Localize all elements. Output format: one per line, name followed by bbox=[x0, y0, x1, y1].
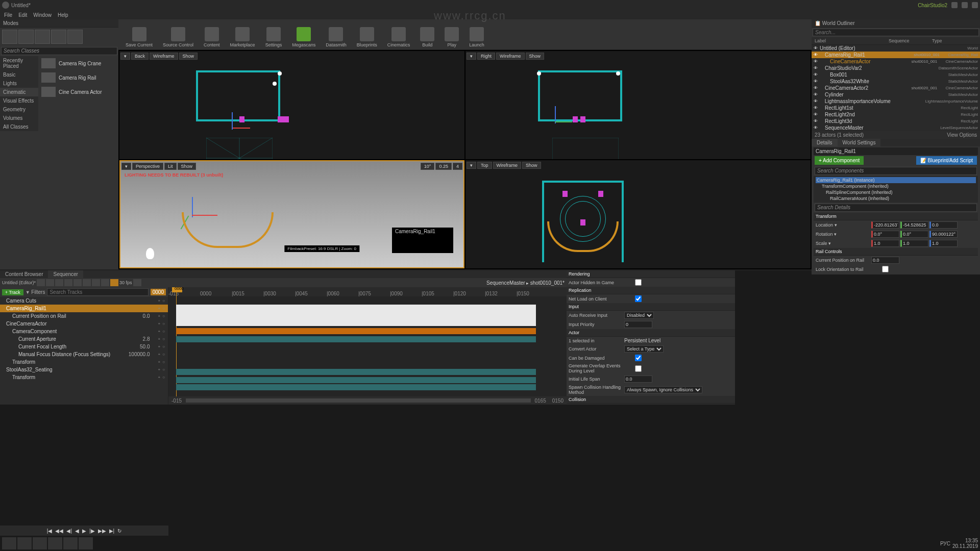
vp-show[interactable]: Show bbox=[522, 162, 541, 169]
rotation-z[interactable] bbox=[929, 231, 958, 238]
visibility-eye-icon[interactable]: 👁 bbox=[814, 86, 819, 90]
outliner-row[interactable]: 👁CineCameraActorshot0010_001CineCameraAc… bbox=[812, 58, 980, 65]
toolbar-cinematics[interactable]: Cinematics bbox=[384, 26, 413, 48]
step-back-icon[interactable]: ◀◀ bbox=[55, 528, 63, 534]
visibility-eye-icon[interactable]: 👁 bbox=[814, 119, 819, 123]
outliner-row[interactable]: 👁StoolAas32WhiteStaticMeshActor bbox=[812, 78, 980, 85]
location-y[interactable] bbox=[900, 221, 928, 229]
viewport-back[interactable]: ▾ Back Wireframe Show bbox=[119, 51, 464, 159]
scale-x[interactable] bbox=[871, 240, 899, 247]
section-input[interactable]: Input bbox=[567, 303, 735, 311]
seq-fps[interactable]: 30 fps bbox=[119, 280, 132, 285]
add-key-icon[interactable]: + bbox=[158, 298, 160, 303]
range-end[interactable]: 0165 bbox=[535, 398, 546, 404]
input-priority[interactable] bbox=[624, 321, 652, 328]
tab-sequencer[interactable]: Sequencer bbox=[48, 270, 83, 278]
toolbar-save[interactable]: Save Current bbox=[122, 26, 156, 48]
track-options-icon[interactable]: ○ bbox=[162, 360, 165, 364]
scale-z[interactable] bbox=[929, 240, 958, 247]
toolbar-build[interactable]: Build bbox=[417, 26, 437, 48]
sequencer-timeline[interactable]: -0150000|0015|0030|0045|0060|0075|0090|0… bbox=[168, 287, 567, 405]
cat-recently-placed[interactable]: Recently Placed bbox=[0, 56, 38, 70]
transform-clip[interactable] bbox=[176, 369, 536, 375]
taskbar-app[interactable] bbox=[63, 537, 78, 549]
menu-help[interactable]: Help bbox=[58, 12, 68, 18]
outliner-row[interactable]: 👁SequenceMasterLevelSequenceActor bbox=[812, 124, 980, 131]
vp-options[interactable]: ▾ bbox=[467, 162, 476, 169]
net-load-checkbox[interactable] bbox=[624, 295, 652, 302]
visibility-eye-icon[interactable]: 👁 bbox=[814, 72, 819, 77]
section-transform[interactable]: Transform bbox=[814, 213, 978, 220]
toolbar-launch[interactable]: Launch bbox=[466, 26, 487, 48]
track-options-icon[interactable]: ○ bbox=[162, 352, 165, 357]
lock-orientation-checkbox[interactable] bbox=[871, 266, 899, 272]
breadcrumb-master[interactable]: SequenceMaster bbox=[486, 280, 525, 286]
section-rendering[interactable]: Rendering bbox=[567, 270, 735, 278]
play-icon[interactable]: ▶ bbox=[82, 528, 86, 534]
vp-show[interactable]: Show bbox=[179, 53, 198, 60]
working-range-end[interactable]: 0150 bbox=[552, 398, 564, 404]
maximize-icon[interactable] bbox=[962, 2, 968, 8]
spawn-collision-select[interactable]: Always Spawn, Ignore Collisions bbox=[624, 386, 702, 393]
seq-settings-icon[interactable] bbox=[74, 279, 82, 286]
outliner-row[interactable]: 👁CineCameraActor2shot0020_001CineCameraA… bbox=[812, 85, 980, 91]
toolbar-content[interactable]: Content bbox=[201, 26, 223, 48]
toolbar-source-control[interactable]: Source Control bbox=[160, 26, 197, 48]
vp-view-top[interactable]: Top bbox=[477, 162, 492, 169]
section-rail-controls[interactable]: Rail Controls bbox=[814, 248, 978, 256]
component-rail-camera-mount[interactable]: RailCameraMount (Inherited) bbox=[816, 195, 976, 202]
camera-cuts-clip[interactable] bbox=[176, 305, 536, 326]
close-icon[interactable] bbox=[972, 2, 978, 8]
seq-snap-icon[interactable] bbox=[110, 279, 118, 286]
cat-all-classes[interactable]: All Classes bbox=[0, 122, 38, 131]
visibility-eye-icon[interactable]: 👁 bbox=[814, 79, 819, 84]
track-row[interactable]: Current Position on Rail0.0+○ bbox=[0, 312, 168, 320]
breadcrumb-shot[interactable]: shot0010_001* bbox=[530, 280, 565, 286]
track-row[interactable]: CameraRig_Rail1+○ bbox=[0, 305, 168, 312]
vp-view-back[interactable]: Back bbox=[131, 53, 149, 60]
vp-options[interactable]: ▾ bbox=[467, 53, 476, 60]
track-row[interactable]: StoolAas32_Seating+○ bbox=[0, 366, 168, 373]
visibility-eye-icon[interactable]: 👁 bbox=[814, 53, 819, 57]
add-key-icon[interactable]: + bbox=[158, 306, 160, 311]
play-reverse-icon[interactable]: ◀ bbox=[75, 528, 79, 534]
seq-autokey-icon[interactable] bbox=[101, 279, 109, 286]
outliner-row[interactable]: 👁CylinderStaticMeshActor bbox=[812, 91, 980, 98]
section-lod[interactable]: LOD bbox=[567, 404, 735, 405]
track-options-icon[interactable]: ○ bbox=[162, 321, 165, 326]
timeline-ruler[interactable]: -0150000|0015|0030|0045|0060|0075|0090|0… bbox=[168, 287, 567, 296]
visibility-eye-icon[interactable]: 👁 bbox=[814, 66, 819, 70]
step-fwd-icon[interactable]: ▶▶ bbox=[98, 528, 106, 534]
tab-content-browser[interactable]: Content Browser bbox=[0, 270, 48, 278]
rotation-x[interactable] bbox=[871, 231, 899, 238]
cat-geometry[interactable]: Geometry bbox=[0, 105, 38, 114]
vp-mode[interactable]: Wireframe bbox=[496, 53, 525, 60]
visibility-eye-icon[interactable]: 👁 bbox=[814, 46, 819, 51]
foliage-mode-icon[interactable] bbox=[51, 30, 66, 44]
camera-rig-rail-clip[interactable] bbox=[176, 328, 536, 334]
vp-show[interactable]: Show bbox=[526, 53, 545, 60]
transform-clip-2[interactable] bbox=[176, 384, 536, 390]
search-tracks[interactable] bbox=[47, 288, 148, 296]
vp-options[interactable]: ▾ bbox=[120, 53, 130, 60]
place-mode-icon[interactable] bbox=[2, 30, 17, 44]
visibility-eye-icon[interactable]: 👁 bbox=[814, 112, 819, 117]
menu-window[interactable]: Window bbox=[33, 12, 52, 18]
track-options-icon[interactable]: ○ bbox=[162, 306, 165, 311]
track-row[interactable]: Current Focal Length50.0+○ bbox=[0, 343, 168, 350]
toolbar-blueprints[interactable]: Blueprints bbox=[354, 26, 380, 48]
modes-search[interactable]: Search Classes bbox=[1, 47, 117, 55]
track-row[interactable]: CineCameraActor+○ bbox=[0, 320, 168, 328]
location-z[interactable] bbox=[929, 221, 958, 229]
outliner-search[interactable] bbox=[813, 29, 979, 36]
vp-options[interactable]: ▾ bbox=[121, 163, 131, 170]
goto-end-icon[interactable]: ▶| bbox=[109, 528, 115, 534]
seq-find-icon[interactable] bbox=[46, 279, 54, 286]
toolbar-datasmith[interactable]: Datasmith bbox=[323, 26, 350, 48]
goto-start-icon[interactable]: |◀ bbox=[47, 528, 53, 534]
stool-clip[interactable] bbox=[176, 377, 536, 383]
seq-play-icon[interactable] bbox=[83, 279, 91, 286]
tab-world-settings[interactable]: World Settings bbox=[838, 139, 881, 146]
asset-camera-rig-rail[interactable]: Camera Rig Rail bbox=[38, 70, 118, 85]
geometry-mode-icon[interactable] bbox=[67, 30, 83, 44]
